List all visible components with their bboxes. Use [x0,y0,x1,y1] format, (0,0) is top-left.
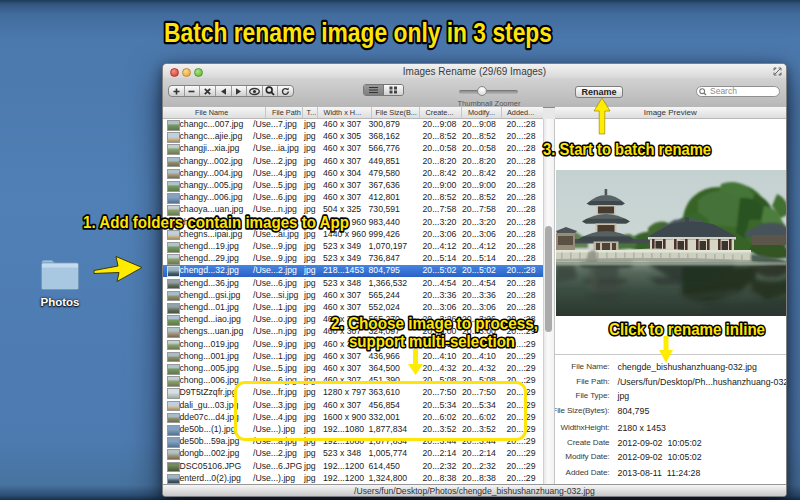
svg-text:2. Choose image to process,: 2. Choose image to process, [331,314,538,332]
svg-text:1. Add folders contain images: 1. Add folders contain images to App [83,213,349,232]
svg-text:Batch rename image only in 3 s: Batch rename image only in 3 steps [164,16,552,48]
svg-text:support multi-selection: support multi-selection [349,332,515,350]
svg-text:Click to rename inline: Click to rename inline [609,320,765,338]
svg-text:3. Start to batch rename: 3. Start to batch rename [543,140,711,158]
